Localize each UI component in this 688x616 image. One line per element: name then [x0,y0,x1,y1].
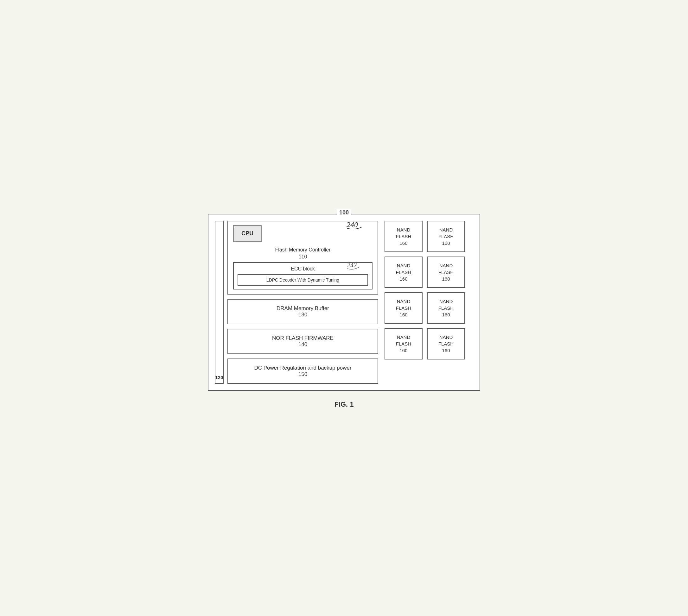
flash-controller-box: 240 CPU Flash Memory Controller 110 [228,221,378,294]
nand-flash-2: NANDFLASH160 [427,221,465,252]
dc-power-box: DC Power Regulation and backup power 150 [228,358,378,384]
svg-text:240: 240 [346,220,358,229]
ldpc-box: LDPC Decoder With Dynamic Tuning [238,274,368,286]
nor-number: 140 [233,342,372,348]
nand-flash-6: NANDFLASH160 [427,292,465,324]
nand-flash-5: NANDFLASH160 [385,292,423,324]
flash-controller-number: 110 [233,254,372,260]
cpu-label: CPU [241,230,253,237]
annotation-242: 242 [346,260,362,271]
flash-controller-inner-label: Flash Memory Controller [233,247,372,253]
nand-flash-7: NANDFLASH160 [385,328,423,359]
dram-number: 130 [233,312,372,318]
nand-flash-1: NANDFLASH160 [385,221,423,252]
nand-row-3: NANDFLASH160 NANDFLASH160 [385,292,473,324]
controller-column: 240 CPU Flash Memory Controller 110 [228,221,378,384]
dc-number: 150 [233,371,372,377]
nor-flash-firmware-box: NOR FLASH FIRMWARE 140 [228,329,378,354]
dram-label: DRAM Memory Buffer [233,305,372,312]
main-content: 120 240 [215,221,473,384]
left-column: 120 240 [215,221,378,384]
page-container: 100 120 240 [201,201,487,415]
sidebar-120: 120 [215,221,223,384]
annotation-240: 240 [346,218,365,231]
ldpc-label: LDPC Decoder With Dynamic Tuning [266,278,339,283]
right-column: NANDFLASH160 NANDFLASH160 NANDFLASH160 N… [385,221,473,384]
nand-row-2: NANDFLASH160 NANDFLASH160 [385,257,473,288]
dram-memory-buffer-box: DRAM Memory Buffer 130 [228,299,378,324]
sidebar-120-label: 120 [215,375,223,380]
cpu-box: CPU [233,225,262,242]
svg-text:242: 242 [347,262,357,269]
outer-box: 100 120 240 [208,214,480,391]
outer-box-label: 100 [337,210,351,216]
nand-flash-8: NANDFLASH160 [427,328,465,359]
nand-flash-4: NANDFLASH160 [427,257,465,288]
nand-row-4: NANDFLASH160 NANDFLASH160 [385,328,473,359]
ecc-box: 242 ECC block LDPC Decoder With Dynamic … [233,262,372,289]
dc-label: DC Power Regulation and backup power [233,365,372,371]
nand-row-1: NANDFLASH160 NANDFLASH160 [385,221,473,252]
nor-label: NOR FLASH FIRMWARE [233,335,372,342]
figure-caption: FIG. 1 [334,400,353,409]
nand-flash-3: NANDFLASH160 [385,257,423,288]
